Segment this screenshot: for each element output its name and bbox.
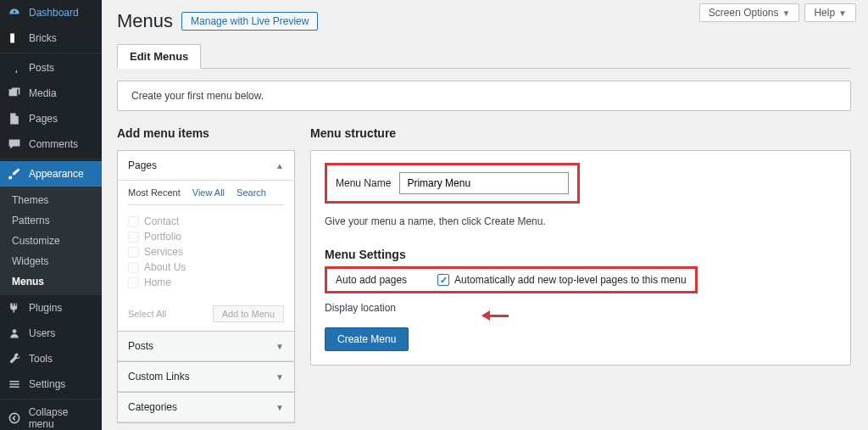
auto-add-label: Auto add pages: [336, 274, 407, 286]
accordion-head-pages[interactable]: Pages ▲: [118, 151, 294, 181]
sidebar-item-collapse[interactable]: Collapse menu: [0, 401, 102, 430]
sidebar-label: Media: [29, 87, 57, 99]
page-item[interactable]: Home: [128, 275, 284, 290]
checkbox[interactable]: [128, 262, 139, 273]
sidebar-label: Dashboard: [29, 7, 79, 19]
sub-patterns[interactable]: Patterns: [0, 210, 102, 231]
accordion-head-custom-links[interactable]: Custom Links ▼: [118, 362, 294, 392]
sidebar-item-bricks[interactable]: Bricks: [0, 25, 102, 51]
svg-point-1: [9, 413, 19, 422]
chevron-down-icon: ▼: [275, 372, 284, 382]
checkbox-checked-icon[interactable]: ✓: [437, 274, 449, 286]
add-to-menu-button[interactable]: Add to Menu: [213, 305, 284, 322]
sidebar-separator: [0, 159, 102, 159]
sidebar-item-tools[interactable]: Tools: [0, 346, 102, 371]
page-item[interactable]: Services: [128, 244, 284, 260]
accordion-stack: Pages ▲ Most Recent View All Search Cont…: [117, 150, 295, 423]
collapse-icon: [7, 410, 22, 426]
chevron-down-icon: ▼: [782, 8, 791, 18]
plug-icon: [7, 300, 22, 316]
arrow-head-icon: [476, 310, 490, 321]
page-label: Contact: [144, 215, 179, 227]
menu-name-label: Menu Name: [336, 177, 391, 189]
sidebar-item-dashboard[interactable]: Dashboard: [0, 0, 102, 25]
chevron-down-icon: ▼: [275, 342, 284, 351]
sidebar-item-users[interactable]: Users: [0, 321, 102, 346]
admin-sidebar: Dashboard Bricks Posts Media Pages Comme…: [0, 0, 102, 430]
tab-edit-menus[interactable]: Edit Menus: [117, 44, 201, 69]
annotation-arrow: [483, 315, 509, 317]
accordion-body: Most Recent View All Search Contact Port…: [118, 181, 294, 331]
brush-icon: [7, 166, 22, 181]
sidebar-label: Pages: [29, 113, 58, 125]
accordion-head-posts[interactable]: Posts ▼: [118, 332, 294, 361]
checkbox[interactable]: [128, 277, 139, 288]
sidebar-separator: [0, 399, 102, 399]
tab-view-all[interactable]: View All: [192, 187, 225, 198]
speedometer-icon: [7, 5, 22, 20]
auto-add-checkbox-wrap[interactable]: ✓ Automatically add new top-level pages …: [437, 274, 687, 286]
sub-widgets[interactable]: Widgets: [0, 251, 102, 271]
menu-name-row: Menu Name: [325, 163, 580, 204]
page-title: Menus: [117, 10, 173, 32]
media-icon: [7, 86, 22, 101]
bricks-icon: [7, 31, 22, 46]
checkbox[interactable]: [128, 232, 139, 243]
sidebar-item-pages[interactable]: Pages: [0, 106, 102, 131]
accordion-head-categories[interactable]: Categories ▼: [118, 393, 294, 422]
live-preview-button[interactable]: Manage with Live Preview: [181, 12, 318, 31]
btn-label: Help: [814, 7, 835, 19]
menu-panel: Menu Name Give your menu a name, then cl…: [310, 150, 851, 366]
add-menu-items-column: Add menu items Pages ▲ Most Recent View …: [117, 126, 295, 423]
accordion-custom-links: Custom Links ▼: [117, 361, 295, 393]
checkbox[interactable]: [128, 216, 139, 227]
select-all-link[interactable]: Select All: [128, 309, 166, 319]
tabs: Edit Menus: [117, 44, 851, 69]
sidebar-item-media[interactable]: Media: [0, 81, 102, 106]
auto-add-row: Auto add pages ✓ Automatically add new t…: [325, 266, 698, 293]
sliders-icon: [7, 377, 22, 392]
chevron-up-icon: ▲: [275, 161, 284, 170]
page-item[interactable]: Contact: [128, 214, 284, 229]
sidebar-label: Comments: [29, 138, 78, 150]
sidebar-item-plugins[interactable]: Plugins: [0, 295, 102, 321]
chevron-down-icon: ▼: [275, 403, 284, 412]
chevron-down-icon: ▼: [838, 8, 847, 18]
notice-banner: Create your first menu below.: [117, 81, 851, 111]
page-label: Home: [144, 276, 171, 288]
pin-icon: [7, 60, 22, 75]
page-item[interactable]: About Us: [128, 260, 284, 275]
menu-hint: Give your menu a name, then click Create…: [325, 215, 837, 227]
sidebar-item-settings[interactable]: Settings: [0, 371, 102, 397]
sub-themes[interactable]: Themes: [0, 190, 102, 210]
screen-options-button[interactable]: Screen Options▼: [699, 3, 800, 22]
accordion-posts: Posts ▼: [117, 331, 295, 362]
acc-title: Categories: [128, 401, 177, 413]
structure-heading: Menu structure: [310, 126, 851, 140]
sidebar-item-posts[interactable]: Posts: [0, 55, 102, 81]
acc-tabs: Most Recent View All Search: [128, 181, 284, 205]
sidebar-label: Users: [29, 327, 55, 339]
svg-point-0: [13, 329, 17, 333]
page-item[interactable]: Portfolio: [128, 229, 284, 244]
accordion-categories: Categories ▼: [117, 392, 295, 423]
create-menu-button[interactable]: Create Menu: [325, 327, 409, 351]
tab-search[interactable]: Search: [236, 187, 266, 198]
sidebar-item-appearance[interactable]: Appearance: [0, 161, 102, 187]
sidebar-submenu: Themes Patterns Customize Widgets Menus: [0, 187, 102, 295]
columns: Add menu items Pages ▲ Most Recent View …: [117, 126, 851, 423]
tab-most-recent[interactable]: Most Recent: [128, 187, 181, 198]
sidebar-label: Bricks: [29, 32, 57, 44]
sub-menus[interactable]: Menus: [0, 271, 102, 292]
user-icon: [7, 326, 22, 341]
sidebar-label: Appearance: [29, 168, 84, 180]
help-button[interactable]: Help▼: [804, 3, 856, 22]
checkbox[interactable]: [128, 247, 139, 258]
menu-name-input[interactable]: [399, 172, 569, 194]
accordion-footer: Select All Add to Menu: [128, 299, 284, 322]
sub-customize[interactable]: Customize: [0, 231, 102, 251]
page-label: Portfolio: [144, 231, 181, 243]
sidebar-item-comments[interactable]: Comments: [0, 131, 102, 157]
sidebar-label: Collapse menu: [29, 406, 95, 430]
btn-label: Screen Options: [709, 7, 779, 19]
